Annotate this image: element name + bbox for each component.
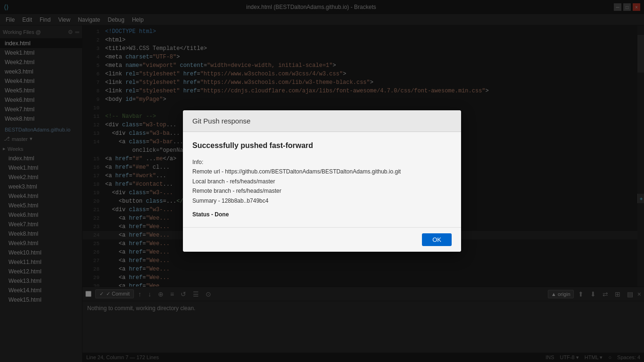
dialog-overlay: Git Push response Successfully pushed fa… — [0, 0, 644, 362]
dialog-ok-button[interactable]: OK — [422, 233, 452, 246]
dialog-footer: OK — [183, 227, 461, 252]
dialog-header: Git Push response — [183, 110, 461, 132]
dialog-info-section: Info: Remote url - https://github.com/BE… — [192, 157, 452, 206]
dialog-info-label: Info: — [192, 157, 452, 167]
dialog-success-message: Successfully pushed fast-forward — [192, 141, 452, 150]
dialog-status: Status - Done — [192, 211, 452, 218]
dialog-title: Git Push response — [192, 117, 452, 125]
dialog-remote-branch: Remote branch - refs/heads/master — [192, 186, 452, 196]
dialog-summary: Summary - 128b8ab..b749bc4 — [192, 196, 452, 206]
git-push-dialog: Git Push response Successfully pushed fa… — [183, 110, 461, 252]
dialog-remote-url: Remote url - https://github.com/BESTDalt… — [192, 167, 452, 176]
dialog-body: Successfully pushed fast-forward Info: R… — [183, 132, 461, 227]
dialog-local-branch: Local branch - refs/heads/master — [192, 177, 452, 186]
